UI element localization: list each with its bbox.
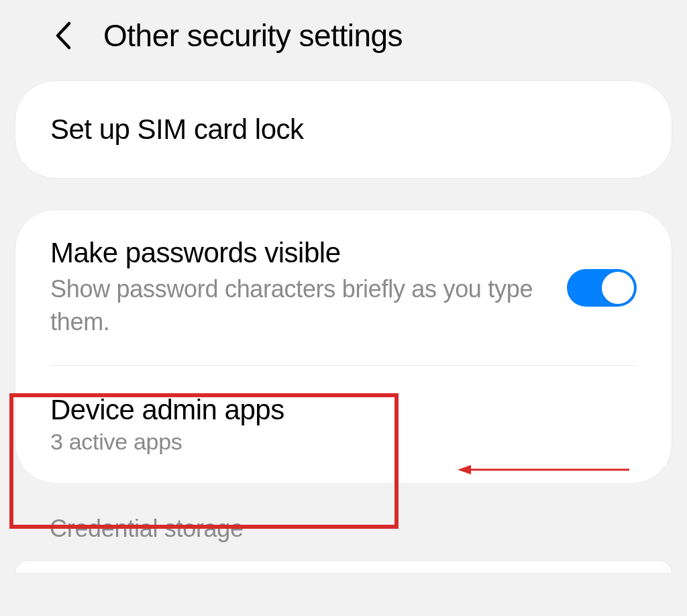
header: Other security settings xyxy=(0,0,687,81)
setting-text-block: Make passwords visible Show password cha… xyxy=(50,237,567,338)
setting-description: Show password characters briefly as you … xyxy=(50,273,540,338)
card-security-options: Make passwords visible Show password cha… xyxy=(15,209,672,484)
card-credential-storage xyxy=(15,560,672,574)
setting-device-admin-apps[interactable]: Device admin apps 3 active apps xyxy=(15,366,672,483)
toggle-thumb xyxy=(602,272,634,304)
setting-sim-card-lock[interactable]: Set up SIM card lock xyxy=(15,81,672,178)
setting-title: Set up SIM card lock xyxy=(50,113,637,146)
setting-make-passwords-visible[interactable]: Make passwords visible Show password cha… xyxy=(15,210,672,365)
back-button[interactable] xyxy=(50,22,76,49)
page-title: Other security settings xyxy=(103,17,403,54)
chevron-left-icon xyxy=(54,21,72,50)
toggle-passwords-visible[interactable] xyxy=(567,269,637,307)
section-credential-storage: Credential storage xyxy=(0,515,687,543)
setting-title: Make passwords visible xyxy=(50,237,540,269)
card-sim-lock: Set up SIM card lock xyxy=(15,81,672,178)
setting-title: Device admin apps xyxy=(50,394,637,426)
setting-subtitle: 3 active apps xyxy=(50,429,637,455)
